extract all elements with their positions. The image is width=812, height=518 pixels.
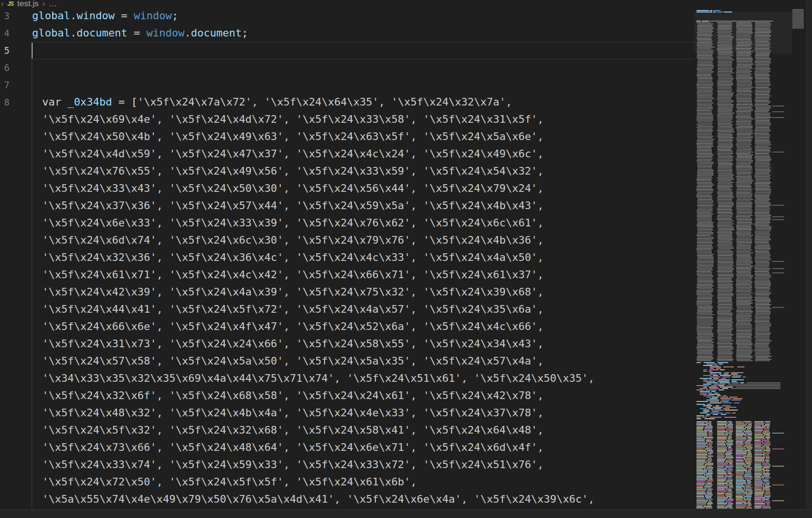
code-row[interactable]: '\x5a\x55\x74\x4e\x49\x79\x50\x76\x5a\x4… xyxy=(42,491,594,508)
minimap-texture xyxy=(729,487,733,488)
minimap-texture xyxy=(764,482,770,483)
minimap-texture xyxy=(718,301,732,302)
minimap-texture xyxy=(697,133,712,134)
minimap-texture xyxy=(697,129,712,130)
code-row[interactable]: '\x5f\x24\x33\x43', '\x5f\x24\x50\x30', … xyxy=(42,180,544,197)
minimap-texture xyxy=(736,329,753,330)
minimap-texture xyxy=(697,344,713,345)
code-row[interactable]: '\x5f\x24\x50\x4b', '\x5f\x24\x49\x63', … xyxy=(42,128,544,145)
minimap-texture xyxy=(718,156,733,157)
breadcrumb-item-symbol-ellipsis[interactable]: … xyxy=(49,0,57,9)
line-number[interactable]: 7 xyxy=(0,76,10,94)
minimap-texture xyxy=(736,275,753,276)
line-number[interactable]: 3 xyxy=(0,7,10,24)
minimap-texture xyxy=(718,90,732,91)
minimap-texture xyxy=(737,242,752,243)
minimap-texture xyxy=(736,95,752,96)
minimap-texture xyxy=(718,47,732,47)
code-row[interactable]: '\x5f\x24\x48\x32', '\x5f\x24\x4b\x4a', … xyxy=(42,404,544,422)
minimap-texture xyxy=(697,74,711,75)
minimap-texture xyxy=(736,306,752,306)
minimap-texture xyxy=(755,25,771,26)
minimap-texture xyxy=(755,31,771,32)
breadcrumb-item-filename[interactable]: test.js xyxy=(17,0,38,9)
minimap-texture xyxy=(718,236,732,237)
code-row[interactable]: '\x5f\x24\x6d\x74', '\x5f\x24\x6c\x30', … xyxy=(42,232,544,249)
minimap-texture xyxy=(737,180,754,181)
minimap-texture xyxy=(755,114,770,115)
code-row[interactable]: '\x5f\x24\x69\x4e', '\x5f\x24\x4d\x72', … xyxy=(42,111,544,128)
minimap-texture xyxy=(772,307,784,308)
code-row[interactable]: '\x5f\x24\x57\x58', '\x5f\x24\x5a\x50', … xyxy=(42,353,544,370)
line-number[interactable]: 4 xyxy=(0,24,10,42)
minimap-texture xyxy=(755,70,770,71)
minimap-texture xyxy=(755,226,772,227)
minimap-texture xyxy=(697,154,714,155)
code-row[interactable]: '\x34\x33\x35\x32\x35\x69\x4a\x44\x75\x7… xyxy=(42,370,594,387)
minimap-texture xyxy=(697,206,712,207)
minimap-texture xyxy=(697,72,713,73)
code-row[interactable]: '\x5f\x24\x4d\x59', '\x5f\x24\x47\x37', … xyxy=(42,145,544,163)
minimap-texture xyxy=(717,100,733,101)
code-row[interactable]: '\x5f\x24\x61\x71', '\x5f\x24\x4c\x42', … xyxy=(42,266,544,283)
minimap-texture xyxy=(725,425,733,426)
minimap-texture xyxy=(718,294,734,295)
minimap-texture xyxy=(717,490,727,491)
minimap-texture xyxy=(736,54,752,55)
minimap-texture xyxy=(754,196,769,197)
minimap-texture xyxy=(718,140,733,141)
minimap-texture xyxy=(755,165,770,165)
minimap-texture xyxy=(696,219,712,220)
code-row[interactable]: '\x5f\x24\x76\x55', '\x5f\x24\x49\x56', … xyxy=(42,163,544,180)
vertical-scrollbar[interactable] xyxy=(792,0,804,510)
minimap-texture xyxy=(708,431,713,432)
minimap-texture xyxy=(755,26,770,27)
code-row[interactable]: '\x5f\x24\x73\x66', '\x5f\x24\x48\x64', … xyxy=(42,439,544,456)
minimap-texture xyxy=(736,434,746,435)
code-row[interactable]: global.window = window; xyxy=(32,7,178,24)
code-row[interactable]: global.document = window.document; xyxy=(32,24,248,42)
line-number[interactable]: 5 xyxy=(0,42,10,59)
minimap-texture xyxy=(736,291,751,292)
minimap-texture xyxy=(754,489,762,490)
minimap-texture xyxy=(755,93,770,94)
minimap-texture xyxy=(744,443,751,444)
code-row[interactable]: '\x5f\x24\x32\x36', '\x5f\x24\x36\x4c', … xyxy=(42,249,544,266)
code-row[interactable]: '\x5f\x24\x31\x73', '\x5f\x24\x24\x66', … xyxy=(42,335,544,353)
minimap-texture xyxy=(718,341,731,342)
code-row[interactable]: '\x5f\x24\x33\x74', '\x5f\x24\x59\x33', … xyxy=(42,456,544,473)
minimap-texture xyxy=(697,353,713,354)
minimap-texture xyxy=(708,502,712,503)
minimap-texture xyxy=(755,150,770,151)
minimap-texture xyxy=(736,321,751,322)
minimap-texture xyxy=(697,270,712,271)
code-row[interactable]: '\x5f\x24\x72\x50', '\x5f\x24\x5f\x5f', … xyxy=(42,473,417,491)
minimap-texture xyxy=(736,45,751,46)
editor[interactable]: 345678global.window = window;global.docu… xyxy=(0,0,694,510)
minimap-texture xyxy=(696,467,706,468)
minimap-texture xyxy=(754,131,769,132)
code-row[interactable]: var _0x34bd = ['\x5f\x24\x7a\x72', '\x5f… xyxy=(42,94,512,111)
minimap-texture xyxy=(706,389,717,390)
scrollbar-thumb[interactable] xyxy=(792,9,804,29)
code-row[interactable]: '\x5f\x24\x44\x41', '\x5f\x24\x5f\x72', … xyxy=(42,301,544,318)
code-row[interactable]: '\x5f\x24\x37\x36', '\x5f\x24\x57\x44', … xyxy=(42,197,544,214)
code-row[interactable]: '\x5f\x24\x32\x6f', '\x5f\x24\x68\x58', … xyxy=(42,387,544,404)
minimap[interactable] xyxy=(694,0,792,510)
code-row[interactable]: '\x5f\x24\x6e\x33', '\x5f\x24\x33\x39', … xyxy=(42,214,544,232)
minimap-texture xyxy=(697,298,712,299)
minimap-texture xyxy=(717,49,731,50)
code-row[interactable]: '\x5f\x24\x66\x6e', '\x5f\x24\x4f\x47', … xyxy=(42,318,544,335)
minimap-texture xyxy=(755,42,771,43)
minimap-texture xyxy=(707,483,712,484)
minimap-texture xyxy=(754,506,762,507)
minimap-texture xyxy=(736,301,751,302)
line-number[interactable]: 6 xyxy=(0,59,10,76)
minimap-texture xyxy=(697,284,712,285)
minimap-texture xyxy=(755,57,769,58)
minimap-texture xyxy=(743,456,752,457)
code-row[interactable]: '\x5f\x24\x5f\x32', '\x5f\x24\x32\x68', … xyxy=(42,422,544,439)
line-number[interactable]: 8 xyxy=(0,94,10,111)
minimap-texture xyxy=(708,433,713,434)
code-row[interactable]: '\x5f\x24\x42\x39', '\x5f\x24\x4a\x39', … xyxy=(42,283,544,301)
